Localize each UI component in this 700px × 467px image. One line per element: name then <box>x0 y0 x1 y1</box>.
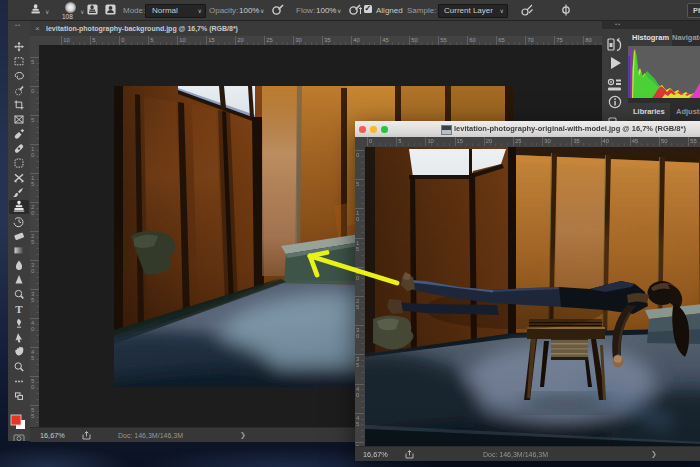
svg-text:T: T <box>15 303 23 315</box>
